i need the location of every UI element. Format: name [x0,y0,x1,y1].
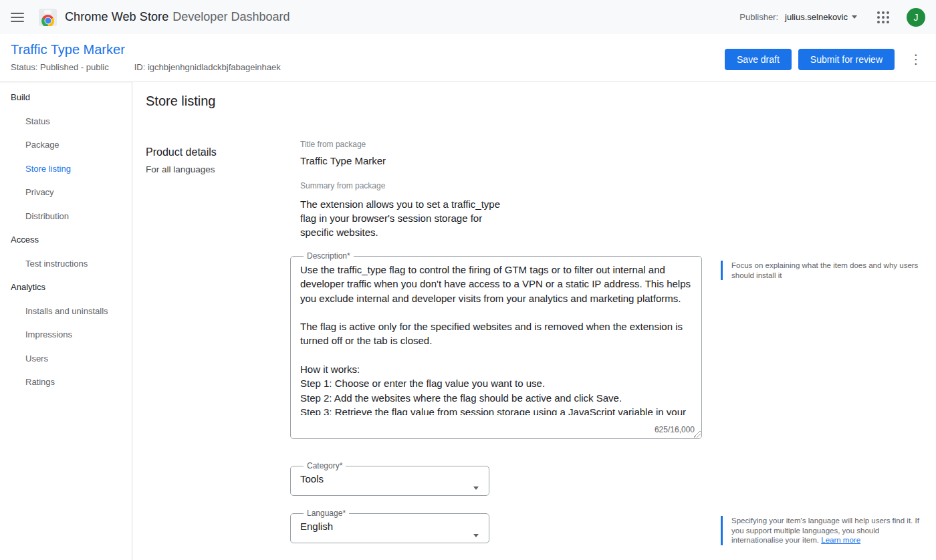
character-counter: 625/16,000 [655,425,695,434]
sidebar-section-analytics: Analytics [0,275,132,299]
title-from-package-label: Title from package [300,140,366,149]
language-label: Language* [304,509,349,518]
product-details-subheading: For all languages [146,164,215,174]
sidebar-nav: Build Status Package Store listing Priva… [0,82,132,560]
sidebar-item-store-listing[interactable]: Store listing [0,157,132,181]
category-label: Category* [304,461,346,470]
page-title: Store listing [146,94,216,109]
sidebar-item-status[interactable]: Status [0,110,132,134]
summary-from-package-value: The extension allows you to set a traffi… [300,197,514,239]
brand-title: Chrome Web Store [65,10,168,24]
sidebar-item-impressions[interactable]: Impressions [0,323,132,347]
publisher-selector[interactable]: julius.selnekovic [785,12,857,22]
google-apps-grid-icon[interactable] [877,11,889,23]
language-value: English [300,521,479,532]
category-value: Tools [300,473,479,484]
avatar[interactable]: J [907,8,925,27]
summary-from-package-label: Summary from package [300,181,385,190]
sidebar-item-privacy[interactable]: Privacy [0,180,132,204]
sidebar-item-package[interactable]: Package [0,133,132,157]
product-details-heading: Product details [146,146,217,158]
sidebar-section-access: Access [0,228,132,252]
submit-for-review-button[interactable]: Submit for review [798,49,895,70]
save-draft-button[interactable]: Save draft [725,49,792,70]
publisher-label: Publisher: [739,12,778,22]
item-title-bar: Traffic Type Marker Status: Published - … [0,34,936,82]
category-select[interactable]: Category* Tools [290,461,489,496]
status-text: Status: Published - public [11,62,109,72]
description-textarea[interactable]: Use the traffic_type flag to control the… [300,263,692,415]
description-label: Description* [304,251,354,261]
publisher-name: julius.selnekovic [785,12,848,22]
app-bar: Chrome Web Store Developer Dashboard Pub… [0,0,936,34]
language-select[interactable]: Language* English [290,509,489,543]
description-field: Description* Use the traffic_type flag t… [290,251,702,439]
hamburger-menu-icon[interactable] [11,13,24,22]
more-options-icon[interactable]: ⋮ [907,51,925,67]
brand-subtitle: Developer Dashboard [172,10,289,24]
chevron-down-icon [852,15,857,19]
sidebar-item-users[interactable]: Users [0,347,132,371]
language-help-note: Specifying your item's language will hel… [721,516,921,545]
sidebar-item-distribution[interactable]: Distribution [0,204,132,229]
sidebar-section-build: Build [0,86,132,110]
learn-more-link[interactable]: Learn more [821,536,860,544]
dropdown-arrow-icon [473,486,479,490]
resize-handle-icon[interactable] [694,431,701,438]
chrome-web-store-logo-icon [39,9,57,26]
description-help-note: Focus on explaining what the item does a… [721,261,919,280]
dropdown-arrow-icon [473,534,479,537]
sidebar-item-ratings[interactable]: Ratings [0,370,132,394]
item-id-text: ID: igchbjenhgnidladckbjfabageinhaek [134,62,281,72]
item-title: Traffic Type Marker [11,42,725,57]
title-from-package-value: Traffic Type Marker [300,155,386,166]
sidebar-item-test-instructions[interactable]: Test instructions [0,252,132,276]
sidebar-item-installs-and-uninstalls[interactable]: Installs and uninstalls [0,299,132,323]
main-content: Store listing Product details For all la… [132,82,936,560]
